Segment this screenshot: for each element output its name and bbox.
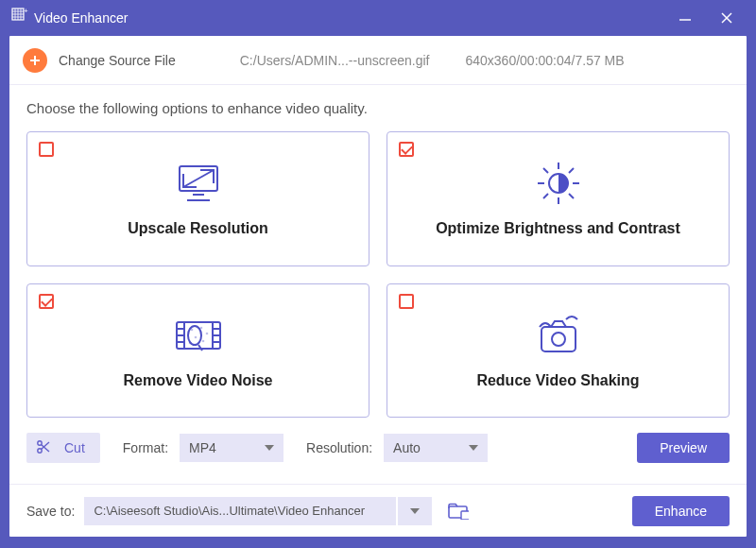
source-bar: Change Source File C:/Users/ADMIN...--un… [9, 36, 747, 85]
save-path-dropdown[interactable] [398, 497, 432, 525]
option-optimize-brightness[interactable]: Optimize Brightness and Contrast [387, 131, 730, 266]
enhance-button[interactable]: Enhance [632, 496, 730, 526]
option-label: Optimize Brightness and Contrast [436, 220, 680, 237]
chevron-down-icon [410, 508, 420, 514]
save-to-label: Save to: [26, 504, 75, 519]
instruction-text: Choose the following options to enhance … [26, 100, 730, 116]
format-value: MP4 [189, 440, 216, 455]
camera-shake-icon [532, 312, 585, 359]
folder-icon [448, 503, 469, 520]
svg-point-41 [188, 326, 201, 345]
svg-point-44 [552, 333, 565, 346]
options-grid: Upscale Resolution Optimize Brightness a… [26, 131, 730, 418]
change-source-link[interactable]: Change Source File [59, 53, 176, 68]
format-label: Format: [123, 440, 168, 455]
source-file-info: 640x360/00:00:04/7.57 MB [465, 53, 624, 68]
checkbox-icon [39, 142, 54, 157]
svg-point-39 [201, 339, 204, 342]
option-upscale-resolution[interactable]: Upscale Resolution [26, 131, 369, 266]
option-remove-noise[interactable]: Remove Video Noise [26, 283, 369, 419]
resolution-dropdown[interactable]: Auto [384, 434, 488, 462]
svg-line-25 [569, 168, 574, 173]
svg-rect-43 [541, 327, 576, 351]
svg-point-37 [205, 332, 208, 334]
option-label: Upscale Resolution [128, 220, 267, 237]
chevron-down-icon [265, 445, 274, 451]
add-source-button[interactable] [23, 48, 47, 73]
titlebar: + Video Enhancer [0, 0, 756, 36]
brightness-icon [534, 160, 583, 207]
svg-line-14 [183, 170, 214, 187]
svg-point-38 [194, 335, 197, 338]
svg-text:+: + [24, 8, 28, 15]
svg-line-22 [543, 168, 548, 173]
source-file-path: C:/Users/ADMIN...--unscreen.gif [240, 53, 430, 68]
main-area: Choose the following options to enhance … [9, 85, 747, 484]
window-controls [677, 9, 745, 26]
preview-button[interactable]: Preview [637, 433, 730, 463]
format-dropdown[interactable]: MP4 [180, 434, 284, 462]
svg-line-23 [569, 194, 574, 198]
cut-label: Cut [64, 440, 85, 455]
app-body: Change Source File C:/Users/ADMIN...--un… [9, 36, 747, 537]
footer: Save to: C:\Aiseesoft Studio\Ais...Ultim… [9, 484, 747, 537]
checkbox-checked-icon [399, 142, 414, 157]
minimize-button[interactable] [677, 9, 694, 26]
option-reduce-shaking[interactable]: Reduce Video Shaking [387, 283, 730, 419]
chevron-down-icon [469, 445, 478, 451]
checkbox-checked-icon [39, 294, 54, 309]
film-noise-icon [173, 312, 224, 359]
cut-button[interactable]: Cut [26, 433, 100, 463]
controls-row: Cut Format: MP4 Resolution: Auto Preview [26, 418, 730, 474]
app-title: Video Enhancer [34, 10, 677, 26]
option-label: Reduce Video Shaking [476, 372, 639, 389]
plus-icon [28, 54, 42, 67]
monitor-resolution-icon [174, 160, 223, 207]
svg-line-24 [543, 194, 548, 198]
svg-rect-50 [461, 511, 469, 520]
save-path-field[interactable]: C:\Aiseesoft Studio\Ais...Ultimate\Video… [84, 497, 396, 525]
resolution-label: Resolution: [306, 440, 372, 455]
app-logo-icon: + [11, 8, 28, 28]
close-button[interactable] [718, 9, 735, 26]
option-label: Remove Video Noise [124, 372, 273, 389]
scissors-icon [36, 439, 51, 457]
checkbox-icon [399, 294, 414, 309]
open-folder-button[interactable] [445, 498, 472, 524]
resolution-value: Auto [393, 440, 421, 455]
